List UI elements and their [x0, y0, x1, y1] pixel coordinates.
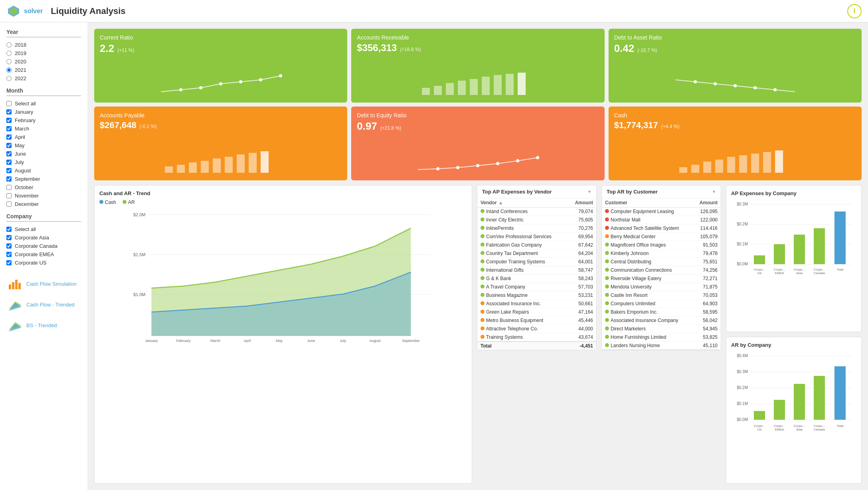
svg-rect-48 [715, 160, 723, 173]
ar-status-dot [605, 234, 609, 238]
month-october[interactable]: October [6, 183, 81, 192]
svg-rect-113 [834, 366, 846, 420]
ar-customer-cell: Advanced Tech Satellite System [602, 224, 693, 233]
logo-text: solver [24, 8, 43, 15]
ar-customer-cell: Associated Insurance Company [602, 316, 693, 325]
bar-chart-icon [8, 277, 22, 291]
svg-rect-53 [775, 150, 783, 173]
ap-vendor-cell: Inland Conferences [477, 207, 567, 216]
ar-status-dot [605, 217, 609, 221]
ap-scroll-indicator: ▼ [587, 190, 591, 194]
svg-rect-47 [703, 162, 711, 173]
company-canada[interactable]: Corporate Canada [6, 242, 81, 250]
year-2020[interactable]: 2020 [6, 57, 81, 66]
month-november[interactable]: November [6, 192, 81, 200]
ar-table-row: Communication Connections 74,256 [602, 266, 721, 275]
month-december[interactable]: December [6, 200, 81, 208]
month-june[interactable]: June [6, 150, 81, 158]
month-july[interactable]: July [6, 158, 81, 166]
ap-total-row: Total -4,451 [477, 342, 596, 350]
year-filter: 2018 2019 2020 2021 2022 [6, 41, 81, 83]
svg-text:August: August [369, 339, 381, 343]
svg-rect-21 [482, 77, 490, 95]
ar-table-row: Kimberly Johnson 79,478 [602, 249, 721, 258]
ap-table-row: Attractive Telephone Co. 44,000 [477, 325, 596, 333]
cash-flow-simulation-link[interactable]: Cash Flow Simulation [6, 273, 81, 294]
ar-status-dot [605, 285, 609, 288]
ap-table-row: Inner City Electric 75,605 [477, 216, 596, 224]
ar-customer-cell: Kimberly Johnson [602, 249, 693, 258]
svg-text:US: US [757, 428, 761, 431]
bs-trended-link[interactable]: BS - Trended [6, 315, 81, 336]
svg-text:Corpo...: Corpo... [814, 268, 825, 271]
svg-point-14 [259, 78, 262, 81]
ar-table-row: Northstar Mall 122,000 [602, 216, 721, 224]
svg-marker-9 [9, 324, 22, 332]
svg-point-44 [536, 156, 539, 159]
ap-amount-cell: 53,231 [567, 291, 596, 300]
month-april[interactable]: April [6, 133, 81, 141]
svg-rect-22 [494, 75, 502, 95]
svg-point-39 [436, 167, 439, 170]
ar-scroll-indicator: ▼ [712, 190, 716, 194]
svg-text:$2.0M: $2.0M [133, 212, 146, 217]
svg-text:$0.4M: $0.4M [737, 354, 748, 358]
month-august[interactable]: August [6, 166, 81, 175]
ap-table: Top AP Expenses by Vendor ▼ Vendor▲ Amou… [477, 185, 597, 350]
ar-customer-header: Customer [602, 198, 693, 207]
ap-status-dot [480, 285, 484, 288]
ap-bar-chart-svg: $0.3M $0.2M $0.1M $0.0M Corpo... US [731, 200, 856, 279]
svg-point-13 [239, 80, 242, 83]
ap-vendor-cell: A Travel Company [477, 283, 567, 291]
ar-status-dot [605, 310, 609, 314]
company-asia[interactable]: Corporate Asia [6, 233, 81, 242]
kpi-ap-title: Accounts Payable [100, 112, 342, 119]
cash-flow-trended-link[interactable]: Cash Flow - Trended [6, 294, 81, 315]
ap-table-row: InlinePermits 70,276 [477, 224, 596, 233]
ap-table-row: A Travel Company 57,703 [477, 283, 596, 291]
month-september[interactable]: September [6, 175, 81, 183]
ap-table-scroll[interactable]: Vendor▲ Amount Inland Conferences 79,074… [477, 198, 596, 350]
ar-amount-cell: 72,271 [693, 275, 721, 283]
ar-status-dot [605, 226, 609, 230]
company-us[interactable]: Corporate US [6, 259, 81, 267]
month-select-all[interactable]: Select all [6, 99, 81, 108]
svg-text:$0.2M: $0.2M [737, 222, 748, 226]
svg-rect-86 [814, 228, 825, 264]
year-2019[interactable]: 2019 [6, 49, 81, 57]
ar-customer-cell: Magnificent Office Images [602, 241, 693, 249]
company-emea[interactable]: Corporate EMEA [6, 250, 81, 259]
svg-rect-3 [12, 282, 14, 289]
company-select-all[interactable]: Select all [6, 225, 81, 233]
year-2022[interactable]: 2022 [6, 74, 81, 83]
ar-amount-cell: 91,503 [693, 241, 721, 249]
year-2021[interactable]: 2021 [6, 66, 81, 74]
svg-point-43 [516, 159, 519, 162]
kpi-debt-equity: Debt to Equity Ratio 0.97 (+21.8 %) [351, 107, 604, 180]
info-button[interactable]: i [847, 4, 862, 18]
ar-amount-cell: 64,903 [693, 300, 721, 308]
ap-amount-cell: 75,605 [567, 216, 596, 224]
ar-table-scroll[interactable]: Customer Amount Computer Equipment Leasi… [602, 198, 721, 350]
month-january[interactable]: January [6, 108, 81, 116]
ap-table-row: Metro Business Equipment 45,446 [477, 316, 596, 325]
ar-table-row: Castle Inn Resort 70,053 [602, 291, 721, 300]
svg-rect-16 [422, 88, 430, 95]
ap-vendor-cell: ComVex Professional Services [477, 233, 567, 241]
ap-table-row: Fabrication Gas Company 67,642 [477, 241, 596, 249]
svg-text:Total: Total [837, 424, 844, 428]
ar-status-dot [605, 335, 609, 339]
svg-rect-38 [261, 151, 269, 173]
ap-amount-cell: 58,243 [567, 275, 596, 283]
svg-text:Corpo...: Corpo... [774, 424, 785, 428]
month-may[interactable]: May [6, 141, 81, 150]
month-march[interactable]: March [6, 124, 81, 133]
svg-point-11 [199, 86, 202, 89]
year-2018[interactable]: 2018 [6, 41, 81, 49]
svg-text:June: June [307, 339, 315, 343]
svg-point-10 [179, 88, 182, 91]
svg-rect-36 [237, 154, 245, 173]
ap-amount-cell: 57,703 [567, 283, 596, 291]
ap-amount-cell: 70,276 [567, 224, 596, 233]
month-february[interactable]: February [6, 116, 81, 124]
